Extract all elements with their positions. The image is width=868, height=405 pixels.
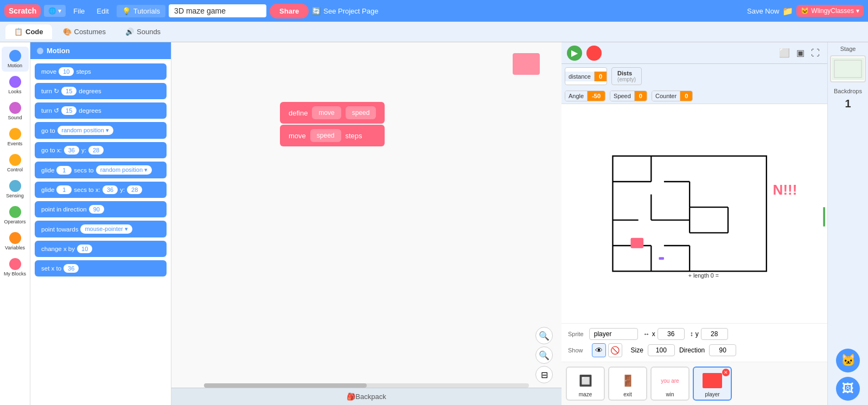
save-now-button[interactable]: Save Now [747,7,779,15]
user-name: WlingyClasses [811,7,854,15]
block-change-x[interactable]: change x by 10 [35,241,167,257]
edit-menu[interactable]: Edit [92,5,113,17]
events-dot [9,128,21,140]
move-param-speed[interactable]: speed [310,129,341,142]
block-move-steps[interactable]: move 10 steps [35,63,167,80]
zoom-reset-button[interactable]: ⊟ [535,366,553,383]
blocks-header: Motion [30,42,171,59]
block-goto-xy[interactable]: go to x: 36 y: 28 [35,142,167,158]
stage-right-panel: Stage Backdrops 1 🐱 🖼 [827,42,868,405]
scratch-logo[interactable]: Scratch [4,4,41,17]
block-point-direction[interactable]: point in direction 90 [35,201,167,217]
green-flag-button[interactable]: ▶ [567,46,582,61]
zoom-in-icon: 🔍 [539,331,550,341]
blocks-list: move 10 steps turn ↻ 15 degrees turn ↺ 1… [30,59,171,405]
tutorials-button[interactable]: 💡 Tutorials [117,5,165,17]
sprite-row-1: Sprite ↔ x ↕ y [568,328,821,340]
tutorials-icon: 💡 [122,7,131,15]
x-label: x [652,330,655,338]
show-visible-button[interactable]: 👁 [592,343,606,357]
user-avatar[interactable]: 🐱 WlingyClasses ▾ [796,5,864,17]
folder-icon[interactable]: 📁 [782,6,793,16]
block-set-x[interactable]: set x to 36 [35,260,167,277]
stage-header: ▶ ⬜ ▣ ⛶ [561,42,827,64]
file-menu[interactable]: File [69,5,89,17]
sprite-name-input[interactable] [589,328,638,340]
stage-backdrop-thumb[interactable] [830,55,866,82]
tab-sounds[interactable]: 🔊 Sounds [117,24,169,39]
size-input[interactable] [648,344,675,356]
move-block[interactable]: move speed steps [280,125,385,146]
move-label: move [289,132,306,140]
sidebar-item-looks[interactable]: Looks [2,73,29,98]
x-icon: ↔ [643,330,650,338]
block-goto-random[interactable]: go to random position ▾ [35,122,167,139]
sprite-label: Sprite [568,331,584,337]
see-project-button[interactable]: 🔄 See Project Page [312,7,378,15]
sidebar-item-variables[interactable]: Variables [2,229,29,254]
block-glide-random[interactable]: glide 1 secs to random position ▾ [35,162,167,178]
sidebar-item-events[interactable]: Events [2,125,29,150]
backpack-bar[interactable]: 🎒 Backpack [171,388,561,405]
sidebar-item-sensing[interactable]: Sensing [2,177,29,202]
block-point-towards[interactable]: point towards mouse-pointer ▾ [35,221,167,237]
define-param-speed[interactable]: speed [346,106,376,119]
script-area[interactable]: define move speed move speed steps 🔍 🔍 [171,42,561,405]
scroll-bar-thumb[interactable] [204,383,367,388]
add-sprite-button[interactable]: 🐱 [836,349,860,372]
fullscreen-button[interactable]: ⛶ [809,47,822,59]
var-counter: Counter 0 [652,91,693,101]
more-vars-row: Angle -50 Speed 0 Counter 0 [561,88,827,104]
sprite-y-input[interactable] [701,328,728,340]
sprite-properties: Sprite ↔ x ↕ y Show 👁 🚫 [561,323,827,362]
sprite-thumb-player[interactable]: ✕ player [693,367,732,401]
control-dot [9,154,21,166]
sidebar-label-myblocks: My Blocks [4,271,26,277]
sidebar-item-control[interactable]: Control [2,151,29,176]
sprite-x-coord: ↔ x [643,328,685,340]
avatar-icon: 🐱 [801,7,809,15]
sidebar-label-sound: Sound [8,115,22,120]
block-turn-ccw[interactable]: turn ↺ 15 degrees [35,102,167,119]
svg-rect-17 [631,238,644,248]
y-label: y [695,330,699,338]
sidebar-item-operators[interactable]: Operators [2,203,29,228]
add-backdrop-button[interactable]: 🖼 [836,377,860,401]
backpack-label: Backpack [355,393,386,401]
sprite-y-coord: ↕ y [690,328,728,340]
define-block[interactable]: define move speed [280,102,385,124]
block-turn-cw[interactable]: turn ↻ 15 degrees [35,83,167,99]
zoom-out-button[interactable]: 🔍 [535,346,553,364]
share-button[interactable]: Share [270,4,309,18]
sidebar-item-sound[interactable]: Sound [2,99,29,124]
stop-button[interactable] [586,46,602,61]
define-param-move[interactable]: move [312,106,341,119]
sprite-thumb-exit[interactable]: 🚪 exit [608,367,647,401]
show-label: Show [568,347,583,353]
sprite-thumb-maze[interactable]: 🔲 maze [566,367,605,401]
globe-button[interactable]: 🌐 ▾ [44,5,66,17]
tab-code[interactable]: 📋 Code [5,24,52,39]
sprite-x-input[interactable] [658,328,685,340]
sprite-delete-button[interactable]: ✕ [722,369,730,376]
normal-stage-button[interactable]: ▣ [794,47,807,59]
sidebar-label-looks: Looks [8,89,21,94]
sidebar-label-events: Events [8,141,23,146]
zoom-in-button[interactable]: 🔍 [535,327,553,344]
sensing-dot [9,180,21,192]
top-navigation: Scratch 🌐 ▾ File Edit 💡 Tutorials Share … [0,0,868,22]
tab-costumes[interactable]: 🎨 Costumes [54,24,115,39]
project-name-input[interactable] [169,4,266,17]
sidebar-item-motion[interactable]: Motion [2,47,29,72]
direction-input[interactable] [709,344,736,356]
sidebar-label-variables: Variables [5,245,25,250]
stage-panel: ▶ ⬜ ▣ ⛶ distance 0 Dists (empty) [561,42,827,405]
sprite-img-win: you are [656,370,684,391]
block-glide-xy[interactable]: glide 1 secs to x: 36 y: 28 [35,182,167,198]
svg-rect-19 [659,257,663,260]
zoom-controls: 🔍 🔍 ⊟ [535,327,553,383]
sprite-thumb-win[interactable]: you are win [650,367,690,401]
expand-stage-button[interactable]: ⬜ [777,47,792,59]
show-hidden-button[interactable]: 🚫 [608,343,622,357]
sidebar-item-myblocks[interactable]: My Blocks [2,255,29,280]
